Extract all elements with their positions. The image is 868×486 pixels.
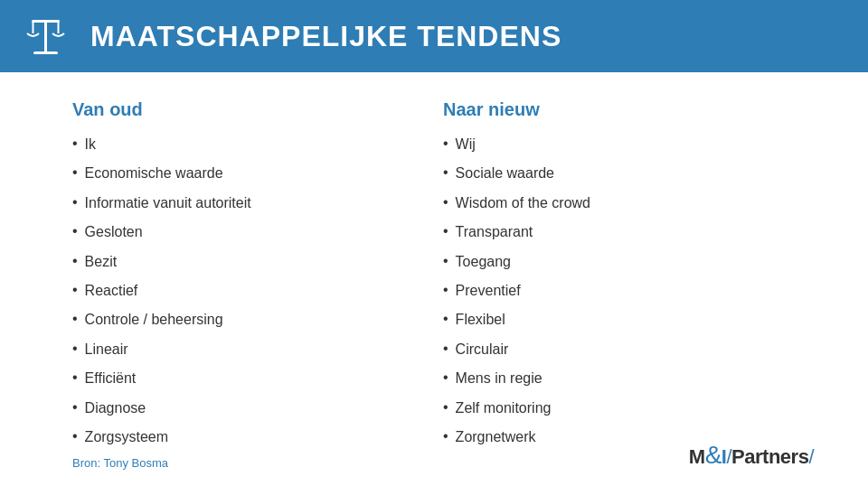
footer: Bron: Tony Bosma M&I/Partners/: [72, 441, 814, 470]
bullet-icon: •: [443, 282, 448, 298]
right-list: •Wij•Sociale waarde•Wisdom of the crowd•…: [443, 135, 796, 447]
bullet-icon: •: [72, 369, 78, 386]
svg-rect-2: [32, 20, 60, 23]
list-item: •Wij: [443, 135, 796, 154]
item-text: Flexibel: [456, 310, 505, 330]
bullet-icon: •: [443, 399, 448, 416]
item-text: Efficiënt: [85, 369, 137, 388]
bullet-icon: •: [443, 341, 448, 357]
list-item: •Lineair: [72, 340, 425, 360]
item-text: Informatie vanuit autoriteit: [85, 193, 251, 213]
item-text: Controle / beheersing: [85, 310, 223, 330]
item-text: Economische waarde: [85, 164, 223, 183]
scales-icon: [18, 9, 72, 63]
page-title: MAATSCHAPPELIJKE TENDENS: [90, 20, 561, 53]
list-item: •Mens in regie: [443, 369, 796, 388]
item-text: Zelf monitoring: [456, 398, 552, 418]
main-content: Van oud •Ik•Economische waarde•Informati…: [0, 72, 868, 486]
list-item: •Wisdom of the crowd: [443, 193, 796, 213]
bullet-icon: •: [72, 399, 78, 416]
bullet-icon: •: [443, 194, 448, 210]
bullet-icon: •: [443, 136, 448, 152]
bullet-icon: •: [72, 164, 78, 181]
left-column-title: Van oud: [72, 99, 425, 120]
list-item: •Bezit: [72, 252, 425, 272]
list-item: •Reactief: [72, 281, 425, 301]
bullet-icon: •: [443, 223, 448, 239]
bullet-icon: •: [443, 164, 448, 181]
bullet-icon: •: [72, 311, 78, 327]
item-text: Transparant: [456, 222, 533, 242]
logo-text: M&I/Partners/: [689, 441, 814, 470]
list-item: •Ik: [72, 135, 425, 154]
list-item: •Efficiënt: [72, 369, 425, 388]
item-text: Reactief: [85, 281, 138, 301]
list-item: •Circulair: [443, 340, 796, 360]
list-item: •Transparant: [443, 222, 796, 242]
svg-rect-1: [33, 51, 58, 54]
item-text: Wij: [456, 135, 476, 154]
item-text: Circulair: [456, 340, 509, 360]
item-text: Bezit: [85, 252, 118, 272]
bullet-icon: •: [443, 253, 448, 269]
bullet-icon: •: [72, 194, 78, 210]
item-text: Wisdom of the crowd: [456, 193, 590, 213]
right-column-title: Naar nieuw: [443, 99, 796, 120]
list-item: •Controle / beheersing: [72, 310, 425, 330]
item-text: Toegang: [456, 252, 511, 272]
bullet-icon: •: [72, 223, 78, 239]
left-list: •Ik•Economische waarde•Informatie vanuit…: [72, 135, 425, 447]
item-text: Lineair: [85, 340, 128, 360]
list-item: •Toegang: [443, 252, 796, 272]
header: MAATSCHAPPELIJKE TENDENS: [0, 0, 868, 72]
list-item: •Diagnose: [72, 398, 425, 418]
item-text: Sociale waarde: [456, 164, 554, 183]
bullet-icon: •: [443, 311, 448, 327]
svg-rect-0: [44, 21, 47, 52]
logo: M&I/Partners/: [689, 441, 814, 470]
bullet-icon: •: [72, 341, 78, 357]
list-item: •Sociale waarde: [443, 164, 796, 183]
source-text: Bron: Tony Bosma: [72, 456, 168, 470]
left-column: Van oud •Ik•Economische waarde•Informati…: [72, 99, 443, 468]
item-text: Preventief: [456, 281, 521, 301]
list-item: •Preventief: [443, 281, 796, 301]
bullet-icon: •: [443, 369, 448, 386]
bullet-icon: •: [72, 282, 78, 298]
item-text: Mens in regie: [456, 369, 542, 388]
bullet-icon: •: [72, 253, 78, 269]
item-text: Diagnose: [85, 398, 146, 418]
right-column: Naar nieuw •Wij•Sociale waarde•Wisdom of…: [443, 99, 814, 468]
item-text: Ik: [85, 135, 96, 154]
list-item: •Gesloten: [72, 222, 425, 242]
list-item: •Flexibel: [443, 310, 796, 330]
bullet-icon: •: [72, 136, 78, 152]
list-item: •Zelf monitoring: [443, 398, 796, 418]
list-item: •Informatie vanuit autoriteit: [72, 193, 425, 213]
list-item: •Economische waarde: [72, 164, 425, 183]
item-text: Gesloten: [85, 222, 143, 242]
